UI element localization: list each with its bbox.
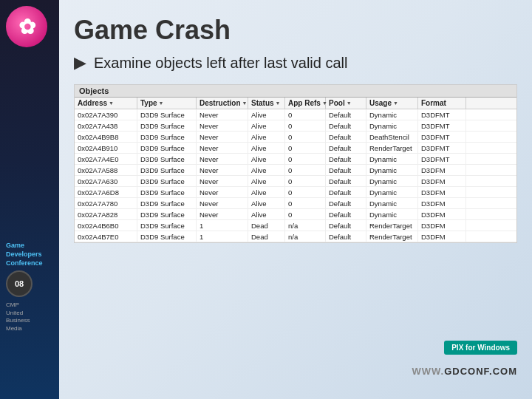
table-cell: 0: [285, 154, 326, 164]
table-cell: Alive: [248, 143, 285, 153]
table-cell: Alive: [248, 109, 285, 120]
usage-dropdown-icon[interactable]: ▼: [393, 100, 398, 106]
table-row[interactable]: 0x02A7A6D8D3D9 SurfaceNeverAlive0Default…: [75, 187, 516, 198]
table-header: Address ▼ Type ▼ Destruction ▼ Status ▼ …: [75, 98, 516, 109]
table-cell: D3D9 Surface: [137, 120, 197, 131]
table-cell: D3DFM: [418, 165, 466, 175]
table-row[interactable]: 0x02A4B910D3D9 SurfaceNeverAlive0Default…: [75, 143, 516, 154]
gdc-label-mid: Developers: [6, 250, 43, 259]
table-cell: Default: [326, 132, 366, 142]
table-cell: 0: [285, 176, 326, 186]
col-header-destruction[interactable]: Destruction ▼: [197, 98, 248, 109]
table-cell: Alive: [248, 120, 285, 131]
table-cell: Alive: [248, 165, 285, 175]
table-cell: Never: [197, 198, 248, 208]
table-cell: Never: [197, 120, 248, 131]
table-cell: D3D9 Surface: [137, 143, 197, 153]
table-cell: 0: [285, 120, 326, 131]
col-header-usage[interactable]: Usage ▼: [366, 98, 418, 109]
table-cell: Never: [197, 176, 248, 186]
table-cell: Never: [197, 132, 248, 142]
table-cell: 0: [285, 165, 326, 175]
gdc-label-bot: Conference: [6, 259, 43, 268]
table-row[interactable]: 0x02A4B6B0D3D9 Surface1Deadn/aDefaultRen…: [75, 220, 516, 231]
status-dropdown-icon[interactable]: ▼: [276, 100, 281, 106]
table-cell: D3DFMT: [418, 154, 466, 164]
table-cell: D3D9 Surface: [137, 198, 197, 208]
destruction-dropdown-icon[interactable]: ▼: [242, 100, 248, 106]
table-cell: Dynamic: [366, 120, 418, 131]
table-cell: 0x02A7A4E0: [75, 154, 137, 164]
sidebar: ✿ Game Developers Conference 08 CMPUnite…: [0, 0, 59, 399]
table-cell: n/a: [285, 220, 326, 231]
table-cell: Alive: [248, 209, 285, 219]
table-cell: Dynamic: [366, 198, 418, 208]
table-cell: 0x02A7A390: [75, 109, 137, 120]
table-row[interactable]: 0x02A4B9B8D3D9 SurfaceNeverAlive0Default…: [75, 132, 516, 143]
bullet-icon: ▶: [74, 53, 86, 72]
col-header-apprefs[interactable]: App Refs ▼: [285, 98, 326, 109]
gdc-label-top: Game: [6, 242, 43, 250]
col-header-type[interactable]: Type ▼: [137, 98, 197, 109]
table-cell: Never: [197, 143, 248, 153]
logo-area: ✿: [6, 6, 50, 50]
table-cell: Default: [326, 120, 366, 131]
table-cell: D3DFMT: [418, 132, 466, 142]
table-row[interactable]: 0x02A7A390D3D9 SurfaceNeverAlive0Default…: [75, 109, 516, 120]
table-row[interactable]: 0x02A7A4E0D3D9 SurfaceNeverAlive0Default…: [75, 154, 516, 165]
table-cell: Dynamic: [366, 187, 418, 197]
table-cell: Default: [326, 198, 366, 208]
address-dropdown-icon[interactable]: ▼: [109, 100, 114, 106]
table-cell: RenderTarget: [366, 231, 418, 242]
table-row[interactable]: 0x02A7A828D3D9 SurfaceNeverAlive0Default…: [75, 209, 516, 220]
table-cell: Never: [197, 165, 248, 175]
table-cell: 1: [197, 231, 248, 242]
table-cell: 0: [285, 143, 326, 153]
table-cell: Default: [326, 209, 366, 219]
table-cell: Dead: [248, 220, 285, 231]
col-header-status[interactable]: Status ▼: [248, 98, 285, 109]
col-header-address[interactable]: Address ▼: [75, 98, 137, 109]
table-cell: D3D9 Surface: [137, 231, 197, 242]
table-row[interactable]: 0x02A7A630D3D9 SurfaceNeverAlive0Default…: [75, 176, 516, 187]
table-cell: 0x02A7A6D8: [75, 187, 137, 197]
table-cell: Dead: [248, 231, 285, 242]
pool-dropdown-icon[interactable]: ▼: [347, 100, 352, 106]
table-cell: 0: [285, 187, 326, 197]
table-cell: 0x02A4B6B0: [75, 220, 137, 231]
table-cell: D3DFMT: [418, 120, 466, 131]
table-cell: D3DFM: [418, 231, 466, 242]
table-cell: D3D9 Surface: [137, 187, 197, 197]
table-cell: Default: [326, 165, 366, 175]
table-cell: Never: [197, 187, 248, 197]
table-cell: 0x02A4B7E0: [75, 231, 137, 242]
table-cell: 0: [285, 209, 326, 219]
table-cell: Alive: [248, 132, 285, 142]
table-row[interactable]: 0x02A7A438D3D9 SurfaceNeverAlive0Default…: [75, 120, 516, 132]
table-cell: Dynamic: [366, 165, 418, 175]
table-cell: D3D9 Surface: [137, 176, 197, 186]
table-cell: 0: [285, 198, 326, 208]
table-row[interactable]: 0x02A7A588D3D9 SurfaceNeverAlive0Default…: [75, 165, 516, 176]
col-header-pool[interactable]: Pool ▼: [326, 98, 366, 109]
table-cell: 0x02A7A438: [75, 120, 137, 131]
table-cell: Alive: [248, 198, 285, 208]
table-cell: D3D9 Surface: [137, 109, 197, 120]
table-cell: 0x02A7A780: [75, 198, 137, 208]
table-cell: Alive: [248, 154, 285, 164]
table-row[interactable]: 0x02A7A780D3D9 SurfaceNeverAlive0Default…: [75, 198, 516, 209]
logo-circle: ✿: [6, 6, 47, 47]
table-cell: D3DFM: [418, 198, 466, 208]
page-title: Game Crash: [74, 15, 517, 46]
table-body: 0x02A7A390D3D9 SurfaceNeverAlive0Default…: [75, 109, 516, 242]
table-cell: 0x02A7A630: [75, 176, 137, 186]
table-row[interactable]: 0x02A4B7E0D3D9 Surface1Deadn/aDefaultRen…: [75, 231, 516, 242]
table-cell: n/a: [285, 231, 326, 242]
url-www: WWW.: [412, 366, 444, 377]
table-cell: Default: [326, 154, 366, 164]
table-cell: Default: [326, 143, 366, 153]
type-dropdown-icon[interactable]: ▼: [159, 100, 164, 106]
table-cell: Never: [197, 109, 248, 120]
col-header-format[interactable]: Format: [418, 98, 466, 109]
gdconf-url: WWW.GDCONF.COM: [412, 366, 517, 377]
